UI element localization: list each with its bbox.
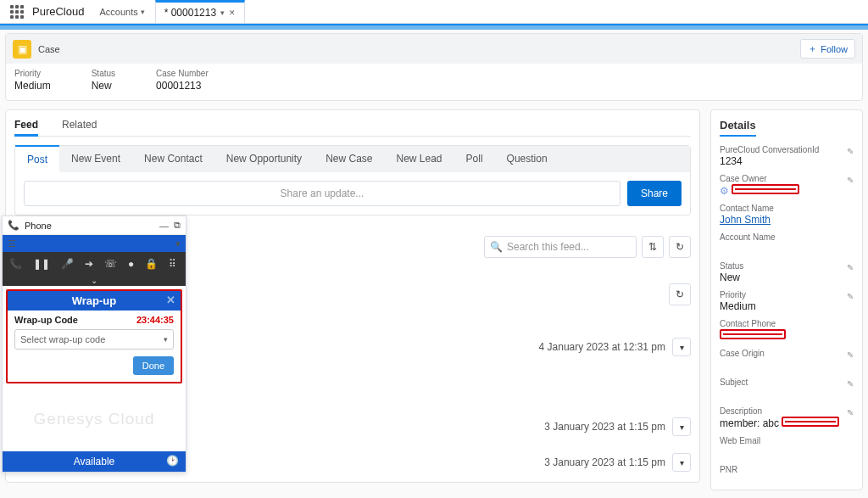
tab-poll[interactable]: Poll bbox=[454, 146, 495, 172]
app-name: PureCloud bbox=[32, 5, 84, 18]
app-bar: PureCloud Accounts▾ * 00001213 ▾ ✕ bbox=[0, 0, 868, 24]
agent-status-bar[interactable]: Available 🕑 bbox=[3, 451, 186, 472]
app-launcher-icon[interactable] bbox=[10, 5, 24, 19]
feed-item-expand[interactable]: ▾ bbox=[672, 338, 691, 356]
priority-value: Medium bbox=[14, 80, 51, 92]
phone-icon: 📞 bbox=[8, 220, 19, 231]
publisher-tabs: Post New Event New Contact New Opportuni… bbox=[15, 146, 690, 172]
record-tabs: Feed Related bbox=[14, 119, 691, 137]
clock-icon: 🕑 bbox=[166, 455, 179, 467]
minimize-icon[interactable]: — bbox=[159, 221, 169, 231]
status-label: Status bbox=[92, 69, 115, 78]
pnr-label: PNR bbox=[720, 465, 854, 474]
edit-icon[interactable]: ✎ bbox=[847, 350, 854, 360]
share-update-input[interactable]: Share an update... bbox=[24, 181, 620, 206]
edit-icon[interactable]: ✎ bbox=[847, 147, 854, 156]
case-icon: ▣ bbox=[13, 40, 31, 59]
feed-item-expand[interactable]: ▾ bbox=[672, 417, 691, 436]
chevron-down-icon[interactable]: ▾ bbox=[175, 238, 181, 249]
lock-icon[interactable]: 🔒 bbox=[145, 258, 158, 270]
details-title: Details bbox=[720, 119, 756, 137]
edit-icon[interactable]: ✎ bbox=[847, 292, 854, 301]
hangup-icon[interactable]: ☏ bbox=[104, 258, 117, 270]
case-number-value: 00001213 bbox=[156, 80, 209, 92]
subject-label: Subject bbox=[720, 378, 854, 387]
tab-new-event[interactable]: New Event bbox=[59, 146, 132, 172]
popout-icon[interactable]: ⧉ bbox=[174, 220, 181, 231]
account-name-label: Account Name bbox=[720, 232, 854, 242]
contact-name-value[interactable]: John Smith bbox=[720, 214, 854, 226]
call-icon[interactable]: 📞 bbox=[9, 258, 22, 270]
tab-post[interactable]: Post bbox=[15, 145, 59, 172]
priority-label: Priority bbox=[720, 290, 854, 299]
workspace-tab-active[interactable]: * 00001213 ▾ ✕ bbox=[155, 0, 245, 24]
description-value: member: abc bbox=[720, 417, 854, 429]
tab-new-contact[interactable]: New Contact bbox=[132, 146, 214, 172]
tab-new-opportunity[interactable]: New Opportunity bbox=[214, 146, 314, 172]
edit-icon[interactable]: ✎ bbox=[847, 176, 854, 185]
softphone-brand: Genesys Cloud bbox=[3, 387, 186, 451]
tab-question[interactable]: Question bbox=[495, 146, 559, 172]
search-feed-input[interactable]: 🔍Search this feed... bbox=[484, 236, 637, 258]
wrapup-panel: Wrap-up✕ Wrap-up Code 23:44:35 Select wr… bbox=[6, 289, 182, 383]
priority-label: Priority bbox=[14, 69, 51, 78]
dialpad-icon[interactable]: ⠿ bbox=[169, 258, 176, 270]
edit-icon[interactable]: ✎ bbox=[847, 379, 854, 389]
case-owner-value: ⚙ bbox=[720, 184, 854, 197]
close-icon[interactable]: ✕ bbox=[166, 294, 175, 306]
softphone-title: Phone bbox=[25, 221, 52, 231]
tab-feed[interactable]: Feed bbox=[14, 119, 38, 137]
record-header: ▣ Case ＋Follow PriorityMedium StatusNew … bbox=[5, 33, 863, 101]
chevron-down-icon: ▾ bbox=[164, 335, 168, 344]
mic-icon[interactable]: 🎤 bbox=[61, 258, 74, 270]
feed-timestamp: 3 January 2023 at 1:15 pm bbox=[544, 421, 665, 433]
feed-timestamp: 4 January 2023 at 12:31 pm bbox=[539, 341, 665, 353]
wrapup-code-label: Wrap-up Code bbox=[14, 315, 78, 325]
case-owner-label: Case Owner bbox=[720, 174, 854, 183]
conversation-id-label: PureCloud ConversationId bbox=[720, 145, 854, 154]
pause-icon[interactable]: ❚❚ bbox=[33, 258, 50, 270]
priority-value: Medium bbox=[720, 300, 854, 312]
follow-button[interactable]: ＋Follow bbox=[800, 39, 855, 59]
refresh-button[interactable]: ↻ bbox=[669, 236, 691, 258]
conversation-id-value: 1234 bbox=[720, 155, 854, 167]
chevron-down-icon[interactable]: ▾ bbox=[220, 8, 225, 17]
web-email-label: Web Email bbox=[720, 436, 854, 445]
menu-icon[interactable]: ☰ bbox=[8, 238, 16, 249]
collapse-icon[interactable]: ⌄ bbox=[3, 276, 186, 286]
sort-button[interactable]: ⇅ bbox=[642, 236, 664, 258]
call-toolbar: 📞 ❚❚ 🎤 ➔ ☏ ● 🔒 ⠿ bbox=[3, 252, 186, 276]
search-icon: 🔍 bbox=[490, 241, 503, 253]
done-button[interactable]: Done bbox=[133, 356, 174, 375]
softphone-panel: 📞 Phone — ⧉ ☰ ▾ 📞 ❚❚ 🎤 ➔ ☏ ● 🔒 ⠿ ⌄ Wrap-… bbox=[2, 215, 186, 473]
edit-icon[interactable]: ✎ bbox=[847, 408, 854, 417]
wrapup-title: Wrap-up✕ bbox=[8, 291, 181, 311]
case-origin-label: Case Origin bbox=[720, 349, 854, 358]
contact-name-label: Contact Name bbox=[720, 204, 854, 213]
description-label: Description bbox=[720, 406, 854, 416]
nav-accounts[interactable]: Accounts▾ bbox=[99, 7, 144, 17]
object-type: Case bbox=[38, 44, 60, 54]
contact-phone-value bbox=[720, 329, 854, 342]
status-value: New bbox=[720, 271, 854, 283]
contact-phone-label: Contact Phone bbox=[720, 319, 854, 328]
chevron-down-icon: ▾ bbox=[141, 8, 145, 16]
tab-new-case[interactable]: New Case bbox=[314, 146, 384, 172]
transfer-icon[interactable]: ➔ bbox=[85, 258, 93, 270]
wrapup-timer: 23:44:35 bbox=[136, 315, 174, 325]
share-button[interactable]: Share bbox=[627, 181, 682, 206]
refresh-feed-button[interactable]: ↻ bbox=[669, 283, 691, 305]
wrapup-code-select[interactable]: Select wrap-up code▾ bbox=[14, 329, 174, 350]
close-icon[interactable]: ✕ bbox=[229, 8, 236, 17]
status-value: New bbox=[92, 80, 115, 92]
feed-timestamp: 3 January 2023 at 1:15 pm bbox=[544, 456, 665, 468]
tab-new-lead[interactable]: New Lead bbox=[384, 146, 453, 172]
details-panel: Details PureCloud ConversationId1234✎ Ca… bbox=[710, 109, 863, 490]
status-label: Status bbox=[720, 261, 854, 271]
edit-icon[interactable]: ✎ bbox=[847, 263, 854, 272]
tab-label: * 00001213 bbox=[164, 7, 216, 19]
feed-item-expand[interactable]: ▾ bbox=[672, 453, 691, 472]
tab-related[interactable]: Related bbox=[62, 119, 97, 131]
case-number-label: Case Number bbox=[156, 69, 209, 78]
record-icon[interactable]: ● bbox=[128, 258, 134, 270]
